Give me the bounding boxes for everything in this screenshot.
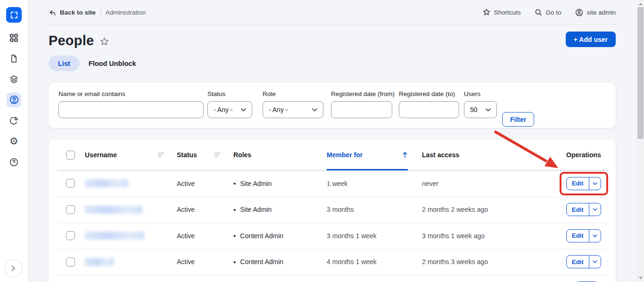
- edit-button[interactable]: Edit: [567, 230, 589, 242]
- main-content: Back to site Administration Shortcuts Go…: [49, 0, 616, 282]
- shortcuts-label: Shortcuts: [494, 9, 520, 16]
- filter-form: Name or email contains Status - Any - Ro…: [49, 83, 616, 128]
- operations-cell: Edit: [566, 203, 601, 216]
- row-checkbox[interactable]: [66, 231, 75, 240]
- username-redacted[interactable]: [85, 179, 128, 187]
- chevron-down-icon: [312, 108, 317, 112]
- roles-cell: •Content Admin: [233, 258, 327, 266]
- row-checkbox-cell: [66, 231, 85, 240]
- role-filter-label: Role: [263, 90, 323, 97]
- sidebar-nav: ⚙: [0, 27, 28, 172]
- operations-cell: Edit: [566, 177, 601, 190]
- row-checkbox-cell: [66, 205, 85, 214]
- sidebar: ⚙: [0, 0, 28, 282]
- table-row: Active •Content Admin 3 months 1 week 3 …: [49, 223, 616, 249]
- account-menu[interactable]: site admin: [575, 8, 616, 16]
- edit-split-button[interactable]: Edit: [566, 203, 601, 216]
- chevron-down-icon: [593, 208, 597, 211]
- operations-dropdown-toggle[interactable]: [589, 256, 601, 268]
- star-icon: [483, 8, 490, 16]
- users-count-label: Users: [464, 90, 497, 97]
- registered-from-input[interactable]: [331, 101, 392, 118]
- table-row: Active •Content Admin 4 months 1 week 2 …: [49, 249, 616, 275]
- registered-to-label: Registered date (to): [399, 90, 459, 97]
- member-for-header-label: Member for: [327, 151, 363, 159]
- tab-flood-unblock[interactable]: Flood Unblock: [89, 56, 136, 71]
- chevron-down-icon: [486, 108, 491, 112]
- scrollbar-thumb[interactable]: [637, 7, 644, 139]
- breadcrumb-administration[interactable]: Administration: [106, 9, 146, 16]
- sidebar-item-dashboard[interactable]: [7, 31, 21, 45]
- row-checkbox[interactable]: [66, 258, 75, 266]
- sidebar-item-help[interactable]: [7, 155, 21, 169]
- status-filter-value: - Any -: [214, 106, 232, 113]
- sort-icon: [529, 153, 535, 157]
- row-checkbox[interactable]: [66, 179, 75, 188]
- pie-chart-icon: [9, 116, 18, 125]
- search-icon: [535, 8, 542, 16]
- table-body: Active •Site Admin 1 week never Edit Ac: [49, 170, 616, 275]
- breadcrumb-divider: [100, 8, 101, 16]
- column-header-last-access[interactable]: Last access: [422, 139, 566, 170]
- shortcuts-link[interactable]: Shortcuts: [483, 8, 520, 16]
- back-to-site-link[interactable]: Back to site: [49, 9, 96, 16]
- column-header-status[interactable]: Status: [177, 139, 233, 170]
- add-user-button[interactable]: + Add user: [566, 32, 616, 47]
- viewfinder-logo-icon[interactable]: [6, 7, 22, 23]
- roles-header-label: Roles: [233, 151, 251, 159]
- app-window: ⚙ Back to site Administration: [0, 0, 644, 282]
- sidebar-expand-button[interactable]: [4, 259, 23, 277]
- grid-icon: [9, 33, 18, 42]
- sidebar-item-reports[interactable]: [7, 113, 21, 128]
- sidebar-item-structure[interactable]: [7, 72, 21, 87]
- bookmark-star-icon[interactable]: [100, 37, 109, 46]
- last-access-header-label: Last access: [422, 151, 459, 159]
- filter-submit-button[interactable]: Filter: [502, 112, 534, 127]
- chevron-down-icon: [593, 182, 597, 185]
- sort-icon: [215, 153, 221, 157]
- user-avatar-icon: [575, 8, 583, 16]
- operations-cell: Edit: [566, 229, 601, 242]
- row-checkbox-cell: [66, 179, 85, 188]
- name-filter-input[interactable]: [58, 101, 204, 118]
- users-count-select[interactable]: 50: [464, 101, 497, 118]
- operations-dropdown-toggle[interactable]: [589, 177, 601, 190]
- sidebar-item-settings[interactable]: ⚙: [7, 134, 21, 149]
- page-title: People: [49, 33, 94, 48]
- role-bullet: •: [233, 206, 236, 213]
- status-filter-select[interactable]: - Any -: [207, 101, 252, 118]
- go-to-search[interactable]: Go to: [535, 8, 561, 16]
- account-label: site admin: [586, 9, 616, 16]
- scroll-down-arrow[interactable]: [639, 277, 643, 279]
- scroll-up-arrow[interactable]: [639, 3, 643, 5]
- username-redacted[interactable]: [85, 206, 142, 214]
- table-row: Active •Site Admin 3 months 2 months 2 w…: [49, 197, 616, 223]
- column-header-member-for[interactable]: Member for: [327, 139, 422, 170]
- operations-dropdown-toggle[interactable]: [589, 230, 601, 242]
- column-header-roles: Roles: [233, 139, 327, 170]
- edit-button[interactable]: Edit: [567, 203, 589, 216]
- member-for-cell: 3 months: [327, 206, 422, 213]
- last-access-cell: 2 months 2 weeks ago: [422, 206, 566, 213]
- row-checkbox[interactable]: [66, 205, 75, 214]
- edit-button[interactable]: Edit: [567, 256, 589, 268]
- edit-split-button[interactable]: Edit: [566, 255, 601, 268]
- username-redacted[interactable]: [85, 232, 144, 240]
- name-filter-label: Name or email contains: [58, 90, 204, 97]
- sidebar-item-content[interactable]: [7, 51, 21, 66]
- sort-ascending-arrow-icon: [402, 152, 408, 158]
- vertical-scrollbar[interactable]: [637, 0, 644, 282]
- operations-dropdown-toggle[interactable]: [589, 203, 601, 216]
- tab-list[interactable]: List: [49, 56, 80, 71]
- edit-button[interactable]: Edit: [567, 177, 589, 190]
- status-cell: Active: [177, 206, 233, 213]
- sidebar-item-people[interactable]: [7, 93, 21, 107]
- edit-split-button[interactable]: Edit: [566, 177, 601, 190]
- edit-split-button[interactable]: Edit: [566, 229, 601, 242]
- registered-to-input[interactable]: [399, 101, 459, 118]
- select-all-checkbox[interactable]: [66, 151, 75, 160]
- role-filter-select[interactable]: - Any -: [263, 101, 323, 118]
- column-header-username[interactable]: Username: [85, 139, 177, 170]
- status-cell: Active: [177, 232, 233, 240]
- username-redacted[interactable]: [85, 258, 114, 266]
